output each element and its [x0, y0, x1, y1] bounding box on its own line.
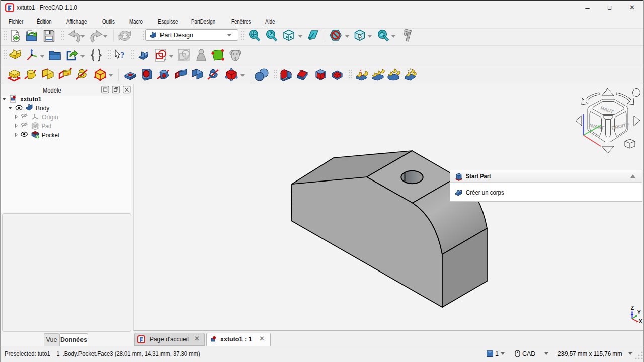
svg-text:Pocket: Pocket	[42, 132, 59, 139]
svg-text:Origin: Origin	[42, 114, 58, 121]
svg-text:X: X	[639, 319, 642, 324]
svg-text:xxtuto1: xxtuto1	[20, 96, 42, 103]
svg-text:Body: Body	[36, 105, 50, 112]
svg-text:Part Design: Part Design	[160, 31, 193, 39]
svg-text:Pad: Pad	[42, 123, 51, 130]
svg-text:Z: Z	[631, 305, 634, 311]
svg-text:?: ?	[120, 50, 125, 60]
svg-text:Y: Y	[637, 310, 641, 315]
